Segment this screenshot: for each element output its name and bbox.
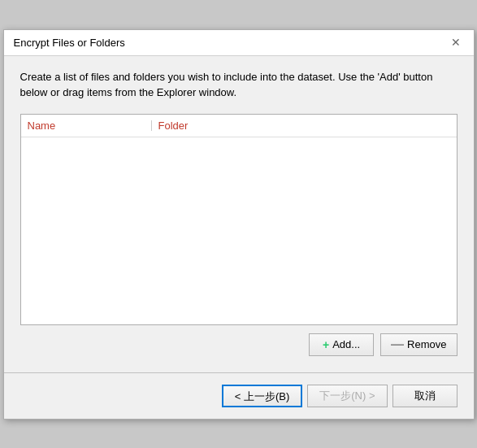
prev-button[interactable]: < 上一步(B) xyxy=(222,385,303,407)
dialog-body: Create a list of files and folders you w… xyxy=(4,56,474,369)
close-button[interactable]: ✕ xyxy=(448,34,464,50)
remove-label: Remove xyxy=(407,338,446,350)
description-text: Create a list of files and folders you w… xyxy=(20,69,457,101)
file-list-header: Name Folder xyxy=(21,115,457,137)
cancel-button[interactable]: 取消 xyxy=(392,385,457,407)
next-button[interactable]: 下一步(N) > xyxy=(307,385,387,407)
plus-icon: + xyxy=(323,338,329,351)
col-folder-header: Folder xyxy=(152,118,457,133)
title-bar: Encrypt Files or Folders ✕ xyxy=(4,30,474,56)
col-name-header: Name xyxy=(21,118,151,133)
remove-button[interactable]: — Remove xyxy=(380,333,457,356)
footer: < 上一步(B) 下一步(N) > 取消 xyxy=(4,376,474,419)
action-row: + Add... — Remove xyxy=(20,325,457,361)
footer-divider xyxy=(4,372,474,373)
file-list-container: Name Folder xyxy=(20,114,457,325)
dialog-title: Encrypt Files or Folders xyxy=(14,37,125,49)
file-list-body[interactable] xyxy=(21,137,457,324)
encrypt-dialog: Encrypt Files or Folders ✕ Create a list… xyxy=(3,29,475,420)
add-button[interactable]: + Add... xyxy=(309,333,374,356)
add-label: Add... xyxy=(332,338,360,350)
minus-icon: — xyxy=(391,338,404,351)
